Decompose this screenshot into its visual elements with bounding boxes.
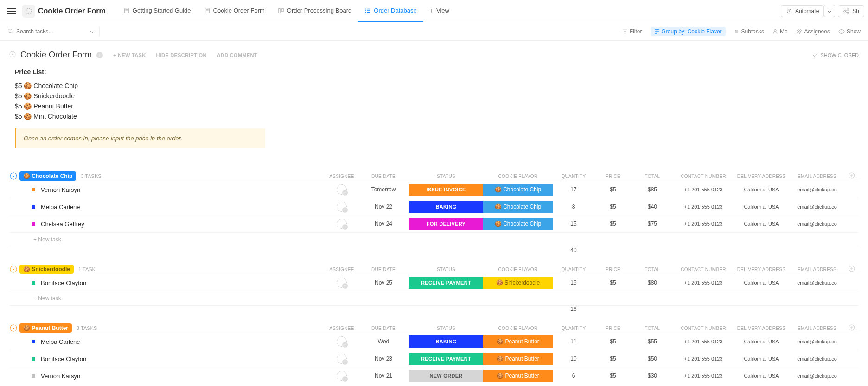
- assignee-cell[interactable]: [326, 371, 358, 381]
- task-name[interactable]: Boniface Clayton: [41, 355, 263, 362]
- hide-description[interactable]: HIDE DESCRIPTION: [156, 52, 206, 58]
- contact-cell[interactable]: +1 201 555 0123: [673, 356, 734, 361]
- email-cell[interactable]: email@clickup.co: [789, 356, 845, 361]
- assignee-avatar[interactable]: [337, 371, 347, 381]
- assignee-avatar[interactable]: [337, 278, 347, 288]
- flavor-badge[interactable]: 🍪 Chocolate Chip: [483, 184, 553, 196]
- add-column[interactable]: [845, 324, 859, 332]
- table-row[interactable]: Melba Carlene Nov 22 BAKING 🍪 Chocolate …: [9, 198, 859, 215]
- task-name[interactable]: Melba Carlene: [41, 338, 263, 345]
- email-cell[interactable]: email@clickup.co: [789, 280, 845, 285]
- total-cell[interactable]: $55: [632, 338, 673, 345]
- due-date[interactable]: Nov 21: [358, 373, 409, 379]
- quantity-cell[interactable]: 16: [553, 279, 594, 286]
- status-badge[interactable]: FOR DELIVERY: [409, 218, 483, 230]
- group-collapse[interactable]: [9, 265, 18, 273]
- contact-cell[interactable]: +1 201 555 0123: [673, 280, 734, 285]
- assignee-cell[interactable]: [326, 336, 358, 347]
- automate-button[interactable]: Automate: [781, 5, 824, 17]
- info-icon[interactable]: i: [96, 52, 103, 58]
- task-name[interactable]: Vernon Karsyn: [41, 186, 263, 193]
- assignee-avatar[interactable]: [337, 354, 347, 364]
- status-badge[interactable]: NEW ORDER: [409, 370, 483, 382]
- status-badge[interactable]: BAKING: [409, 335, 483, 348]
- assignees-button[interactable]: Assignees: [796, 28, 830, 35]
- quantity-cell[interactable]: 11: [553, 338, 594, 345]
- assignee-cell[interactable]: [326, 184, 358, 195]
- tab-order-database[interactable]: Order Database: [358, 0, 423, 22]
- task-name[interactable]: Chelsea Geffrey: [41, 221, 263, 228]
- due-date[interactable]: Nov 23: [358, 355, 409, 362]
- group-label[interactable]: 🍪 Peanut Butter: [19, 323, 72, 333]
- flavor-badge[interactable]: 🍪 Peanut Butter: [483, 353, 553, 365]
- new-task-row[interactable]: + New task: [9, 232, 859, 247]
- contact-cell[interactable]: +1 201 555 0123: [673, 373, 734, 379]
- flavor-badge[interactable]: 🍪 Snickerdoodle: [483, 277, 553, 289]
- total-cell[interactable]: $30: [632, 373, 673, 379]
- add-comment[interactable]: ADD COMMENT: [217, 52, 257, 58]
- due-date[interactable]: Nov 22: [358, 203, 409, 210]
- email-cell[interactable]: email@clickup.co: [789, 221, 845, 227]
- price-cell[interactable]: $5: [594, 203, 632, 210]
- assignee-cell[interactable]: [326, 354, 358, 364]
- price-cell[interactable]: $5: [594, 355, 632, 362]
- group-label[interactable]: 🍪 Chocolate Chip: [19, 171, 76, 181]
- task-name[interactable]: Vernon Karsyn: [41, 373, 263, 380]
- address-cell[interactable]: California, USA: [734, 339, 789, 344]
- tab-add-view[interactable]: + View: [423, 0, 456, 22]
- flavor-badge[interactable]: 🍪 Peanut Butter: [483, 335, 553, 348]
- tab-getting-started[interactable]: Getting Started Guide: [117, 0, 198, 22]
- address-cell[interactable]: California, USA: [734, 221, 789, 227]
- filter-button[interactable]: Filter: [622, 28, 642, 35]
- quantity-cell[interactable]: 15: [553, 221, 594, 227]
- due-date[interactable]: Wed: [358, 338, 409, 345]
- email-cell[interactable]: email@clickup.co: [789, 373, 845, 379]
- address-cell[interactable]: California, USA: [734, 356, 789, 361]
- group-label[interactable]: 🍪 Snickerdoodle: [19, 265, 74, 274]
- address-cell[interactable]: California, USA: [734, 280, 789, 285]
- tab-cookie-order-form[interactable]: Cookie Order Form: [198, 0, 271, 22]
- price-cell[interactable]: $5: [594, 186, 632, 193]
- add-column[interactable]: [845, 266, 859, 273]
- assignee-avatar[interactable]: [337, 202, 347, 212]
- task-name[interactable]: Melba Carlene: [41, 203, 263, 210]
- due-date[interactable]: Nov 24: [358, 221, 409, 227]
- search-box[interactable]: [7, 28, 86, 35]
- assignee-avatar[interactable]: [337, 336, 347, 347]
- new-task-row[interactable]: + New task: [9, 291, 859, 305]
- flavor-badge[interactable]: 🍪 Chocolate Chip: [483, 218, 553, 230]
- quantity-cell[interactable]: 8: [553, 203, 594, 210]
- total-cell[interactable]: $85: [632, 186, 673, 193]
- show-closed[interactable]: SHOW CLOSED: [812, 52, 859, 58]
- contact-cell[interactable]: +1 201 555 0123: [673, 339, 734, 344]
- total-cell[interactable]: $40: [632, 203, 673, 210]
- subtasks-button[interactable]: Subtasks: [734, 28, 764, 35]
- tab-order-processing-board[interactable]: Order Processing Board: [271, 0, 358, 22]
- price-cell[interactable]: $5: [594, 373, 632, 379]
- quantity-cell[interactable]: 10: [553, 355, 594, 362]
- email-cell[interactable]: email@clickup.co: [789, 187, 845, 192]
- table-row[interactable]: Melba Carlene Wed BAKING 🍪 Peanut Butter…: [9, 333, 859, 350]
- assignee-cell[interactable]: [326, 202, 358, 212]
- table-row[interactable]: Vernon Karsyn Nov 21 NEW ORDER 🍪 Peanut …: [9, 367, 859, 384]
- groupby-button[interactable]: Group by: Cookie Flavor: [651, 27, 726, 36]
- assignee-cell[interactable]: [326, 278, 358, 288]
- collapse-list-icon[interactable]: [9, 51, 16, 59]
- me-button[interactable]: Me: [772, 28, 788, 35]
- email-cell[interactable]: email@clickup.co: [789, 339, 845, 344]
- automate-dropdown[interactable]: [824, 5, 835, 17]
- total-cell[interactable]: $50: [632, 355, 673, 362]
- due-date[interactable]: Nov 25: [358, 279, 409, 286]
- menu-toggle[interactable]: [4, 4, 19, 18]
- show-button[interactable]: Show: [838, 28, 861, 35]
- group-collapse[interactable]: [9, 172, 18, 180]
- quantity-cell[interactable]: 17: [553, 186, 594, 193]
- contact-cell[interactable]: +1 201 555 0123: [673, 221, 734, 227]
- quantity-cell[interactable]: 6: [553, 373, 594, 379]
- flavor-badge[interactable]: 🍪 Chocolate Chip: [483, 201, 553, 213]
- total-cell[interactable]: $75: [632, 221, 673, 227]
- share-button[interactable]: Sh: [838, 5, 864, 17]
- address-cell[interactable]: California, USA: [734, 373, 789, 379]
- address-cell[interactable]: California, USA: [734, 187, 789, 192]
- flavor-badge[interactable]: 🍪 Peanut Butter: [483, 370, 553, 382]
